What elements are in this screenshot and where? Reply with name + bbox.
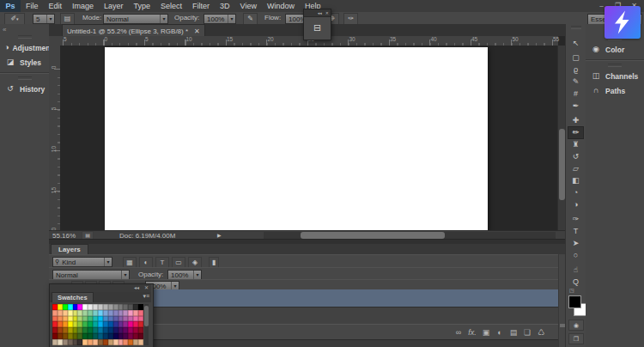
collapse-panel-icon[interactable]: ◂◂ (316, 10, 324, 15)
close-panel-icon[interactable]: ✕ (324, 10, 331, 15)
color-swatch[interactable] (138, 333, 143, 339)
swatches-scrollbar[interactable] (144, 304, 149, 345)
tool-preset-picker[interactable]: ✐▾ (4, 13, 25, 25)
menu-item-filter[interactable]: Filter (187, 0, 215, 12)
menu-item-layer[interactable]: Layer (99, 0, 129, 12)
layer-opacity-value: 100% (168, 271, 193, 279)
layer-filter-dropdown[interactable]: ⚲ Kind ▾ (52, 257, 112, 267)
color-swatch[interactable] (138, 339, 143, 345)
menu-item-view[interactable]: View (235, 0, 262, 12)
brush-size-arrow-icon[interactable]: ▾ (46, 15, 54, 23)
sidebar-item-history[interactable]: ↺History (0, 82, 49, 96)
opacity-label: Opacity: (174, 12, 199, 24)
clone-stamp-tool[interactable]: ♜ (568, 139, 583, 150)
swatch-row (52, 316, 143, 322)
crop-tool[interactable]: # (568, 88, 583, 100)
tab-close-icon[interactable]: ✕ (194, 27, 200, 35)
sidebar-item-adjustments[interactable]: ◑Adjustments (0, 40, 49, 55)
link-layers-icon[interactable]: ∞ (452, 326, 465, 339)
flow-label: Flow: (264, 12, 281, 24)
screen-mode-button[interactable]: ❐ (568, 333, 584, 344)
history-brush-tool[interactable]: ↺ (568, 151, 583, 162)
document-tab[interactable]: Untitled-1 @ 55.2% (Ellipse 3, RGB/8) * … (62, 24, 205, 37)
panel-group-grip[interactable] (608, 64, 622, 67)
menu-item-type[interactable]: Type (129, 0, 156, 12)
eyedropper-tool[interactable]: ✒ (568, 100, 583, 112)
layer-mask-icon[interactable]: ▣ (479, 326, 493, 339)
sidebar-item-label: Styles (16, 58, 41, 67)
path-selection-tool[interactable]: ➤ (568, 238, 583, 249)
horizontal-scrollbar[interactable] (264, 232, 556, 239)
dock-separator (586, 59, 644, 61)
swatch-row (52, 327, 143, 333)
sidebar-item-color[interactable]: ◉Color (586, 42, 644, 57)
rectangular-marquee-tool[interactable]: ▢ (568, 52, 583, 64)
pressure-size-button[interactable]: ✑ (343, 13, 358, 25)
layer-group-icon[interactable]: ▤ (507, 326, 520, 339)
status-flyout-icon[interactable]: ▶ (217, 232, 222, 238)
hand-tool[interactable]: ☝ (568, 265, 583, 276)
photoshop-logo[interactable]: Ps (0, 0, 21, 12)
menu-item-file[interactable]: File (21, 0, 44, 12)
blur-tool[interactable]: ◔ (568, 187, 583, 198)
toolbar-grip[interactable] (571, 26, 581, 29)
canvas-pasteboard (60, 46, 557, 230)
color-swatch[interactable] (138, 310, 143, 316)
vertical-scrollbar-thumb[interactable] (559, 129, 565, 200)
new-layer-icon[interactable]: ❏ (520, 326, 534, 339)
default-colors-icon[interactable]: ◳ (569, 287, 574, 293)
left-panel-dock: « ◑Adjustments◪Styles↺History (0, 24, 50, 347)
brush-panel-button[interactable]: ⊟ (304, 17, 331, 38)
color-swatch[interactable] (138, 316, 143, 322)
panel-group-grip[interactable] (18, 76, 32, 80)
h-ruler-label: 20 (268, 36, 274, 42)
spot-healing-brush-tool[interactable]: ✚ (568, 115, 583, 126)
opacity-dropdown[interactable]: 100% ▾ (204, 14, 236, 24)
sidebar-item-channels[interactable]: ◫Channels (586, 69, 644, 83)
sidebar-item-styles[interactable]: ◪Styles (0, 55, 49, 70)
sidebar-item-label: Color (602, 46, 624, 54)
pen-tool[interactable]: ✑ (568, 214, 583, 225)
v-ruler-label: 10 (51, 144, 57, 154)
layer-effects-icon[interactable]: fx. (465, 326, 479, 339)
sidebar-item-paths[interactable]: ∩Paths (586, 83, 644, 98)
type-tool[interactable]: T (568, 226, 583, 237)
color-swatch[interactable] (138, 321, 143, 327)
close-panel-icon[interactable]: ✕ (142, 285, 151, 290)
gradient-tool[interactable]: ◧ (568, 175, 583, 186)
quick-mask-button[interactable]: ◉ (568, 320, 584, 331)
h-ruler-label: 55 (553, 36, 559, 42)
brush-tool[interactable]: ✏ (568, 127, 583, 138)
delete-layer-icon[interactable]: ♺ (534, 326, 548, 339)
new-adjustment-layer-icon[interactable]: ◐ (493, 326, 507, 339)
dodge-tool[interactable]: ◑ (568, 199, 583, 210)
horizontal-scrollbar-thumb[interactable] (301, 232, 445, 239)
swatch-grid (52, 304, 143, 345)
ellipse-tool[interactable]: ○ (568, 250, 583, 261)
toggle-brush-panel-button[interactable]: ▤ (60, 13, 75, 25)
lasso-tool[interactable]: ϱ (568, 64, 583, 76)
foreground-color-swatch[interactable] (568, 295, 581, 308)
menu-item-3d[interactable]: 3D (215, 0, 235, 12)
swatch-row (52, 333, 143, 339)
menu-item-select[interactable]: Select (155, 0, 187, 12)
move-tool[interactable]: ↖ (568, 38, 583, 49)
brush-panel-icon: ▤ (64, 15, 71, 22)
menu-item-window[interactable]: Window (262, 0, 300, 12)
panel-group-grip[interactable] (18, 35, 32, 39)
menu-item-edit[interactable]: Edit (44, 0, 68, 12)
quick-selection-tool[interactable]: ✎ (568, 76, 583, 88)
menu-item-image[interactable]: Image (67, 0, 99, 12)
panel-menu-icon[interactable]: ▾≡ (143, 293, 149, 300)
eraser-tool[interactable]: ▱ (568, 163, 583, 174)
pressure-size-icon: ✑ (348, 15, 354, 22)
pressure-opacity-button[interactable]: ✎ (243, 13, 258, 25)
blend-mode-dropdown[interactable]: Normal ▾ (103, 14, 168, 24)
tab-swatches[interactable]: Swatches (52, 292, 94, 302)
brush-size-field[interactable]: 5 ▾ (33, 14, 55, 24)
collapse-panel-icon[interactable]: ◂◂ (131, 285, 142, 290)
color-swatch[interactable] (138, 304, 143, 310)
canvas[interactable] (105, 47, 488, 230)
swatches-scrollbar-thumb[interactable] (144, 306, 149, 326)
color-swatch[interactable] (138, 327, 143, 333)
